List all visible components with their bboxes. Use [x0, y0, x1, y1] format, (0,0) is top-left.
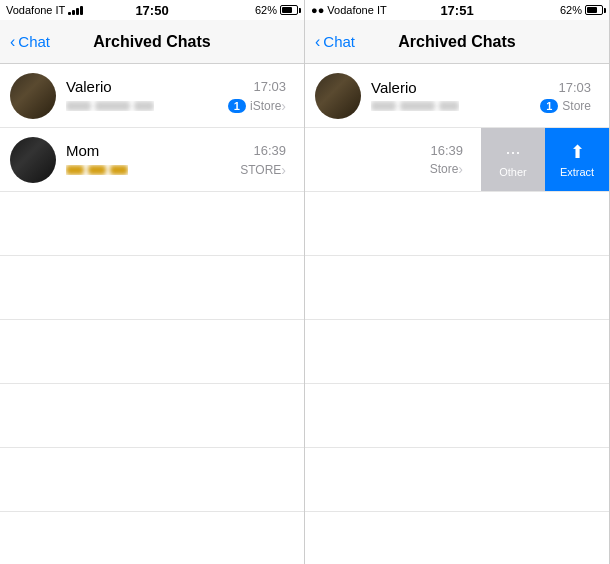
status-left: Vodafone IT	[6, 4, 83, 16]
chevron-mom-left: ›	[281, 162, 286, 178]
empty-row-5	[0, 448, 304, 512]
battery-pct: 62%	[255, 4, 277, 16]
blur2r	[400, 101, 435, 111]
store-label-mom-left: STORE	[240, 163, 281, 177]
badge-row-mom: STORE ›	[240, 162, 286, 178]
back-label-left: Chat	[18, 33, 50, 50]
chat-item-mom-right[interactable]: 16:39 Store › ··· Other	[305, 128, 609, 192]
empty-row-r4	[305, 384, 609, 448]
other-label: Other	[499, 166, 527, 178]
status-right-right: 62%	[560, 4, 603, 16]
status-bar-right: ●● Vodafone IT 17:51 62%	[305, 0, 609, 20]
chat-name-valerio-right: Valerio	[371, 79, 417, 96]
battery-icon	[280, 5, 298, 15]
chat-preview-valerio-left	[66, 101, 154, 111]
swipe-actions-mom: ··· Other ⬆ Extract	[481, 128, 609, 191]
chat-item-mom-left[interactable]: Mom 16:39 STORE ›	[0, 128, 304, 192]
avatar-valerio-right-img	[315, 73, 361, 119]
chat-content-mom-left: Mom 16:39 STORE ›	[66, 142, 294, 178]
chat-content-valerio-left: Valerio 17:03 1 iStore ›	[66, 78, 294, 114]
extract-label: Extract	[560, 166, 594, 178]
back-chevron-right: ‹	[315, 33, 320, 51]
chat-time-valerio-right: 17:03	[558, 80, 591, 95]
avatar-mom-placeholder	[10, 137, 56, 183]
chat-item-valerio-left[interactable]: Valerio 17:03 1 iStore ›	[0, 64, 304, 128]
chat-content-mom-right: 16:39 Store ›	[315, 143, 471, 177]
badge-row-mom-right: Store ›	[430, 161, 463, 177]
bar4	[80, 6, 83, 15]
status-right-left: ●● Vodafone IT	[311, 4, 387, 16]
chevron-valerio-left: ›	[281, 98, 286, 114]
battery-fill-right	[587, 7, 597, 13]
empty-row-3	[0, 320, 304, 384]
empty-row-r1	[305, 192, 609, 256]
store-label-valerio-left: iStore	[250, 99, 281, 113]
back-label-right: Chat	[323, 33, 355, 50]
bar3	[76, 8, 79, 15]
badge-valerio-right: 1	[540, 99, 558, 113]
chat-time-mom-left: 16:39	[253, 143, 286, 158]
extract-action-btn[interactable]: ⬆ Extract	[545, 128, 609, 191]
store-label-valerio-right: Store	[562, 99, 591, 113]
avatar-valerio-left	[10, 73, 56, 119]
battery-icon-right	[585, 5, 603, 15]
extract-icon: ⬆	[570, 141, 585, 163]
signal-bars	[68, 6, 83, 15]
avatar-placeholder	[10, 73, 56, 119]
empty-row-4	[0, 384, 304, 448]
nav-bar-left: ‹ Chat Archived Chats	[0, 20, 304, 64]
time-right: 17:51	[440, 3, 473, 18]
status-right: 62%	[255, 4, 298, 16]
status-bar-left: Vodafone IT 17:50 62%	[0, 0, 304, 20]
chat-list-left: Valerio 17:03 1 iStore ›	[0, 64, 304, 564]
other-icon: ···	[505, 142, 520, 163]
bar1	[68, 12, 71, 15]
time-left: 17:50	[135, 3, 168, 18]
blur1	[66, 101, 91, 111]
star3	[110, 165, 128, 175]
store-label-mom-right: Store	[430, 162, 459, 176]
right-panel: ●● Vodafone IT 17:51 62% ‹ Chat Archived…	[305, 0, 610, 564]
empty-row-r3	[305, 320, 609, 384]
back-button-right[interactable]: ‹ Chat	[315, 33, 355, 51]
chat-name-mom-left: Mom	[66, 142, 99, 159]
empty-row-2	[0, 256, 304, 320]
other-action-btn[interactable]: ··· Other	[481, 128, 545, 191]
bar2	[72, 10, 75, 15]
chat-time-mom-right: 16:39	[430, 143, 463, 158]
back-button-left[interactable]: ‹ Chat	[10, 33, 50, 51]
nav-bar-right: ‹ Chat Archived Chats	[305, 20, 609, 64]
chat-item-mom-inner: 16:39 Store ›	[305, 128, 481, 191]
chat-preview-valerio-right	[371, 101, 459, 111]
star1	[66, 165, 84, 175]
empty-row-r2	[305, 256, 609, 320]
carrier-label-right: ●● Vodafone IT	[311, 4, 387, 16]
chat-time-valerio-left: 17:03	[253, 79, 286, 94]
star2	[88, 165, 106, 175]
nav-title-left: Archived Chats	[93, 33, 210, 51]
chat-list-right: Valerio 17:03 1 Store	[305, 64, 609, 564]
nav-title-right: Archived Chats	[398, 33, 515, 51]
chevron-mom-right: ›	[458, 161, 463, 177]
badge-row-valerio-right: 1 Store	[540, 99, 591, 113]
blur3	[134, 101, 154, 111]
avatar-valerio-right	[315, 73, 361, 119]
empty-row-1	[0, 192, 304, 256]
chat-preview-mom-left	[66, 165, 128, 175]
battery-pct-right: 62%	[560, 4, 582, 16]
chat-item-valerio-right[interactable]: Valerio 17:03 1 Store	[305, 64, 609, 128]
empty-row-r5	[305, 448, 609, 512]
back-chevron-left: ‹	[10, 33, 15, 51]
left-panel: Vodafone IT 17:50 62% ‹ Chat Archived Ch…	[0, 0, 305, 564]
badge-valerio-left: 1	[228, 99, 246, 113]
blur3r	[439, 101, 459, 111]
carrier-label: Vodafone IT	[6, 4, 65, 16]
empty-row-6	[0, 512, 304, 564]
chat-content-valerio-right: Valerio 17:03 1 Store	[371, 79, 599, 113]
chat-name-valerio-left: Valerio	[66, 78, 112, 95]
avatar-mom-left	[10, 137, 56, 183]
blur1r	[371, 101, 396, 111]
badge-row-valerio: 1 iStore ›	[228, 98, 286, 114]
empty-row-r6	[305, 512, 609, 564]
blur2	[95, 101, 130, 111]
